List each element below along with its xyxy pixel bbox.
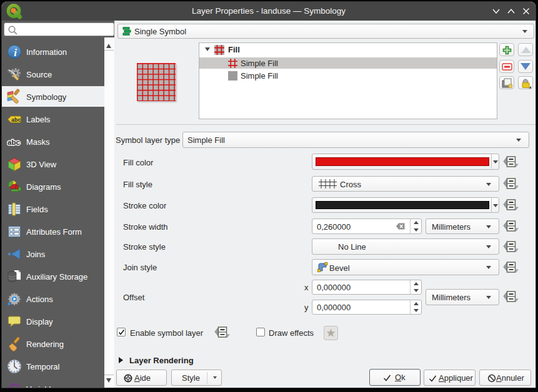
svg-text:abc: abc <box>7 139 20 146</box>
svg-text:i: i <box>14 47 17 59</box>
svg-text:abc: abc <box>11 117 21 123</box>
